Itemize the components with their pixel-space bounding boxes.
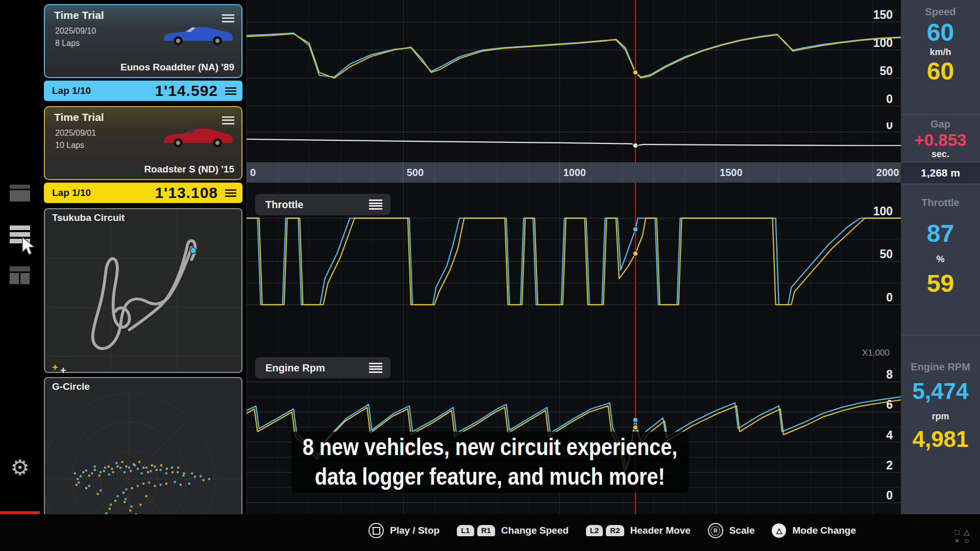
session-date: 2025/09/01 bbox=[55, 129, 96, 138]
g-marker-white: + bbox=[60, 365, 66, 375]
svg-text:2: 2 bbox=[886, 459, 893, 472]
car-name: Roadster S (ND) '15 bbox=[144, 164, 234, 175]
change-speed-control[interactable]: L1 R1 Change Speed bbox=[457, 525, 569, 536]
rpm-chart-header[interactable]: Engine Rpm bbox=[255, 357, 390, 379]
g-marker-yellow: + bbox=[52, 362, 58, 372]
scale-control[interactable]: R Scale bbox=[708, 523, 755, 538]
svg-text:8: 8 bbox=[886, 368, 893, 381]
divider bbox=[901, 335, 980, 335]
throttle-value-p1: 87 bbox=[901, 219, 980, 247]
speed-chart[interactable]: 150100500 bbox=[247, 0, 901, 122]
lap-time: 1'13.108 bbox=[155, 184, 218, 202]
svg-text:50: 50 bbox=[879, 247, 893, 261]
header-move-label: Header Move bbox=[630, 525, 691, 536]
layout-rows-icon[interactable] bbox=[10, 185, 30, 202]
throttle-unit: % bbox=[901, 254, 980, 265]
svg-text:150: 150 bbox=[873, 8, 893, 21]
chart-menu-icon[interactable] bbox=[369, 362, 382, 374]
mouse-cursor bbox=[21, 237, 36, 257]
control-bar: Play / Stop L1 R1 Change Speed L2 R2 Hea… bbox=[0, 514, 980, 551]
rpm-unit: rpm bbox=[901, 411, 980, 422]
header-move-control[interactable]: L2 R2 Header Move bbox=[586, 525, 691, 536]
chart-menu-icon[interactable] bbox=[369, 198, 382, 211]
l1-button-icon: L1 bbox=[457, 525, 474, 536]
car-image-blue-roadster bbox=[160, 20, 236, 47]
svg-text:0: 0 bbox=[886, 291, 893, 304]
r1-button-icon: R1 bbox=[477, 525, 495, 536]
left-toolbar: ⚙ bbox=[0, 0, 40, 551]
distance-readout: 1,268 m bbox=[901, 162, 980, 184]
svg-text:0: 0 bbox=[886, 489, 893, 502]
session-laps: 10 Laps bbox=[55, 141, 84, 150]
svg-text:1500: 1500 bbox=[720, 167, 743, 178]
gap-label: Gap bbox=[901, 118, 980, 130]
svg-text:50: 50 bbox=[879, 64, 893, 78]
layout-grid-icon[interactable] bbox=[10, 266, 30, 284]
svg-text:1000: 1000 bbox=[563, 167, 586, 178]
play-stop-button[interactable]: Play / Stop bbox=[369, 523, 439, 538]
rpm-value-p2: 4,981 bbox=[901, 427, 980, 452]
session-panel-column: Time Trial 2025/09/10 8 Laps Eunos Roadd… bbox=[44, 0, 242, 551]
speed-value-p2: 60 bbox=[901, 57, 980, 85]
throttle-chart-header[interactable]: Throttle bbox=[255, 194, 390, 215]
speed-value-p1: 60 bbox=[901, 18, 980, 46]
telemetry-sidebar: Speed 60 km/h 60 Gap +0.853 sec. 1,268 m… bbox=[901, 0, 980, 515]
scale-label: Scale bbox=[729, 525, 755, 536]
svg-text:0: 0 bbox=[886, 92, 893, 106]
gap-unit: sec. bbox=[901, 149, 980, 160]
lap-menu-icon[interactable] bbox=[225, 188, 236, 198]
track-map-panel[interactable]: Tsukuba Circuit bbox=[44, 208, 242, 373]
track-map-title: Tsukuba Circuit bbox=[52, 212, 125, 223]
change-speed-label: Change Speed bbox=[501, 525, 569, 536]
session-laps: 8 Laps bbox=[55, 39, 80, 48]
car-name: Eunos Roaddter (NA) '89 bbox=[120, 62, 234, 73]
rpm-scale-note: X1,000 bbox=[862, 348, 890, 358]
promo-caption: 8 new vehicles, new circuit experience, … bbox=[291, 432, 689, 493]
rpm-label: Engine RPM bbox=[901, 361, 980, 373]
mode-change-control[interactable]: △ Mode Change bbox=[772, 523, 856, 538]
session-card-1[interactable]: Time Trial 2025/09/10 8 Laps Eunos Roadd… bbox=[44, 4, 242, 78]
r2-button-icon: R2 bbox=[606, 525, 624, 536]
rpm-chart-title: Engine Rpm bbox=[265, 362, 325, 374]
gap-value: +0.853 bbox=[901, 131, 980, 150]
distance-axis[interactable]: 0500100015002000 bbox=[247, 162, 901, 183]
lap-counter: Lap 1/10 bbox=[52, 85, 91, 96]
right-stick-icon: R bbox=[708, 523, 723, 538]
svg-text:6: 6 bbox=[886, 398, 893, 411]
telemetry-charts-area[interactable]: 150100500 0 0500100015002000 100500 Thro… bbox=[247, 0, 901, 515]
caption-line-2: data logger feature, and much more! bbox=[315, 462, 665, 492]
mode-change-label: Mode Change bbox=[792, 525, 856, 536]
car-image-red-roadster bbox=[160, 122, 236, 149]
caption-line-1: 8 new vehicles, new circuit experience, bbox=[303, 433, 677, 462]
session-mode: Time Trial bbox=[54, 111, 104, 123]
throttle-value-p2: 59 bbox=[901, 269, 980, 297]
play-stop-label: Play / Stop bbox=[390, 525, 439, 536]
l2-button-icon: L2 bbox=[586, 525, 603, 536]
svg-text:2000: 2000 bbox=[876, 167, 899, 178]
lap-time: 1'14.592 bbox=[155, 82, 218, 99]
gt-data-logger-screen: ⚙ Time Trial 2025/09/10 8 Laps Eunos Roa… bbox=[0, 0, 980, 551]
throttle-chart-title: Throttle bbox=[265, 199, 303, 211]
lap-counter: Lap 1/10 bbox=[52, 187, 91, 198]
session-date: 2025/09/10 bbox=[55, 27, 96, 36]
lap-time-bar-2[interactable]: Lap 1/10 1'13.108 bbox=[44, 183, 242, 203]
lap-time-bar-1[interactable]: Lap 1/10 1'14.592 bbox=[44, 81, 242, 101]
track-map bbox=[45, 224, 241, 370]
playstation-shapes-logo: □△×○ bbox=[953, 528, 971, 545]
g-circle-title: G-Circle bbox=[52, 381, 90, 392]
rpm-value-p1: 5,474 bbox=[901, 379, 980, 404]
square-button-icon bbox=[369, 523, 384, 538]
gap-chart[interactable]: 0 bbox=[247, 122, 901, 162]
session-card-2[interactable]: Time Trial 2025/09/01 10 Laps Roadster S… bbox=[44, 106, 242, 180]
triangle-button-icon: △ bbox=[772, 523, 786, 538]
speed-unit: km/h bbox=[901, 47, 980, 58]
settings-gear-icon[interactable]: ⚙ bbox=[0, 457, 40, 479]
svg-text:100: 100 bbox=[873, 205, 893, 218]
svg-text:0: 0 bbox=[250, 167, 256, 178]
divider bbox=[901, 114, 980, 115]
svg-text:0: 0 bbox=[886, 122, 893, 132]
lap-menu-icon[interactable] bbox=[225, 86, 236, 96]
session-mode: Time Trial bbox=[54, 9, 104, 21]
throttle-label: Throttle bbox=[901, 197, 980, 209]
svg-text:4: 4 bbox=[886, 429, 893, 442]
